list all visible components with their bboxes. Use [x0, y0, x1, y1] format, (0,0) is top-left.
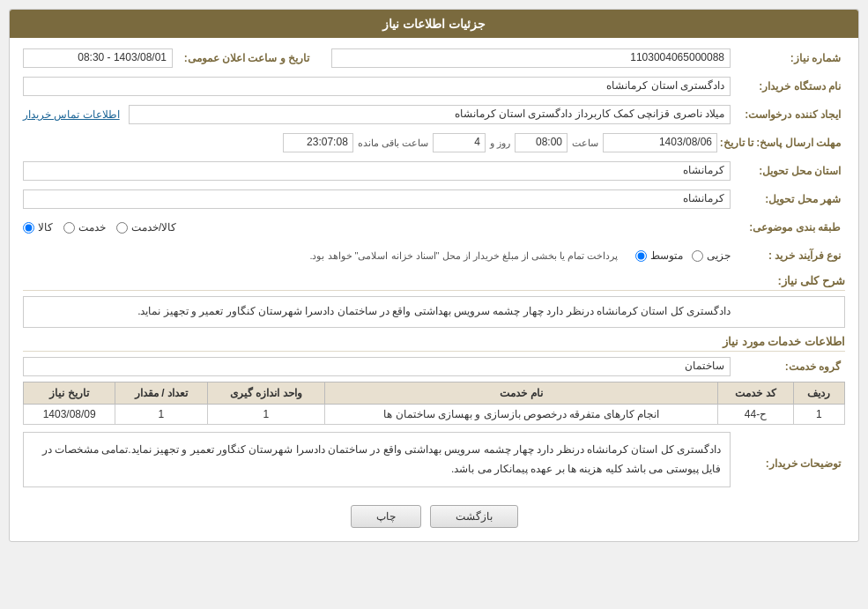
delivery-city-label: شهر محل تحویل:	[731, 193, 845, 205]
category-kala-radio[interactable]	[23, 222, 34, 234]
process-jozvi-label: جزیی	[707, 249, 731, 262]
process-note: پرداخت تمام یا بخشی از مبلغ خریدار از مح…	[309, 250, 618, 262]
page-wrapper: جزئیات اطلاعات نیاز شماره نیاز: 11030040…	[0, 0, 868, 609]
reply-days-box: 4	[433, 133, 486, 152]
service-table-body: 1ح-44انجام کارهای متفرقه درخصوص بازسازی …	[24, 404, 845, 424]
services-title: اطلاعات خدمات مورد نیاز	[23, 335, 845, 352]
buyer-notes-section: توضیحات خریدار: دادگستری کل استان کرمانش…	[23, 432, 845, 497]
col-header-code: کد خدمت	[718, 382, 794, 404]
reply-date-box: 1403/08/06	[603, 133, 717, 152]
announce-value: 1403/08/01 - 08:30	[23, 48, 173, 68]
col-header-qty: تعداد / مقدار	[115, 382, 207, 404]
category-kala-item[interactable]: کالا	[23, 221, 53, 234]
service-table-header-row: ردیف کد خدمت نام خدمت واحد اندازه گیری ت…	[24, 382, 845, 404]
print-button[interactable]: چاپ	[351, 505, 421, 528]
need-number-value: 1103004065000088	[331, 48, 731, 68]
table-cell-unit: 1	[207, 404, 325, 424]
category-khedmat-radio[interactable]	[63, 222, 75, 234]
service-table: ردیف کد خدمت نام خدمت واحد اندازه گیری ت…	[23, 382, 845, 425]
announce-label: تاریخ و ساعت اعلان عمومی:	[173, 52, 314, 64]
table-cell-date: 1403/08/09	[24, 404, 115, 424]
process-jozvi-radio[interactable]	[692, 250, 703, 262]
delivery-city-value: کرمانشاه	[23, 189, 731, 209]
category-kala-khedmat-item[interactable]: کالا/خدمت	[116, 221, 176, 234]
category-khedmat-label: خدمت	[78, 221, 106, 234]
main-card: جزئیات اطلاعات نیاز شماره نیاز: 11030040…	[9, 9, 859, 542]
category-label: طبقه بندی موضوعی:	[731, 221, 845, 234]
creator-label: ایجاد کننده درخواست:	[731, 108, 845, 121]
buyer-org-row: نام دستگاه خریدار: دادگستری استان کرمانش…	[23, 75, 845, 98]
reply-time-label: ساعت	[572, 137, 598, 149]
creator-row: ایجاد کننده درخواست: میلاد ناصری قزانچی …	[23, 103, 845, 126]
page-title: جزئیات اطلاعات نیاز	[382, 17, 486, 31]
process-row: نوع فرآیند خرید : جزیی متوسط پرداخت تمام…	[23, 244, 845, 267]
description-section: شرح کلی نیاز: دادگستری کل استان کرمانشاه…	[23, 274, 845, 328]
reply-days-label: روز و	[490, 137, 510, 149]
buyer-org-value: دادگستری استان کرمانشاه	[23, 77, 731, 96]
col-header-date: تاریخ نیاز	[24, 382, 115, 404]
col-header-name: نام خدمت	[325, 382, 718, 404]
col-header-row: ردیف	[793, 382, 844, 404]
buyer-notes-label-row: توضیحات خریدار: دادگستری کل استان کرمانش…	[23, 432, 845, 497]
services-section: اطلاعات خدمات مورد نیاز گروه خدمت: ساختم…	[23, 335, 845, 425]
reply-time-box: 08:00	[515, 133, 568, 152]
btn-row: بازگشت چاپ	[23, 505, 845, 528]
group-label: گروه خدمت:	[731, 360, 845, 373]
delivery-province-row: استان محل تحویل: کرمانشاه	[23, 160, 845, 182]
reply-remaining-box: 23:07:08	[283, 133, 353, 152]
category-kala-khedmat-radio[interactable]	[116, 222, 128, 234]
category-kala-khedmat-label: کالا/خدمت	[131, 221, 176, 234]
process-label: نوع فرآیند خرید :	[731, 249, 845, 262]
process-motavasset-radio[interactable]	[635, 250, 647, 262]
table-cell-qty: 1	[115, 404, 207, 424]
reply-deadline-row: مهلت ارسال پاسخ: تا تاریخ: 1403/08/06 سا…	[23, 131, 845, 154]
table-cell-name: انجام کارهای متفرقه درخصوص بازسازی و بهس…	[325, 404, 718, 424]
description-text: دادگستری کل استان کرمانشاه درنظر دارد چه…	[137, 305, 731, 317]
delivery-city-row: شهر محل تحویل: کرمانشاه	[23, 188, 845, 211]
category-row: طبقه بندی موضوعی: کالا/خدمت خدمت کالا	[23, 216, 845, 239]
buyer-notes-text: دادگستری کل استان کرمانشاه درنظر دارد چه…	[23, 432, 731, 488]
category-khedmat-item[interactable]: خدمت	[63, 221, 106, 234]
buyer-notes-label: توضیحات خریدار:	[731, 457, 845, 470]
description-title: شرح کلی نیاز:	[23, 274, 845, 291]
service-table-head: ردیف کد خدمت نام خدمت واحد اندازه گیری ت…	[24, 382, 845, 404]
reply-deadline-label: مهلت ارسال پاسخ: تا تاریخ:	[717, 137, 845, 149]
category-radio-group: کالا/خدمت خدمت کالا	[23, 221, 731, 234]
buyer-org-label: نام دستگاه خریدار:	[731, 80, 845, 93]
process-motavasset-item[interactable]: متوسط	[635, 249, 683, 262]
process-motavasset-label: متوسط	[650, 249, 683, 262]
need-number-row: شماره نیاز: 1103004065000088 تاریخ و ساع…	[23, 47, 845, 70]
table-row: 1ح-44انجام کارهای متفرقه درخصوص بازسازی …	[24, 404, 845, 424]
delivery-province-value: کرمانشاه	[23, 161, 731, 181]
col-header-unit: واحد اندازه گیری	[207, 382, 325, 404]
table-cell-row: 1	[793, 404, 844, 424]
back-button[interactable]: بازگشت	[430, 505, 518, 528]
creator-value: میلاد ناصری قزانچی کمک کاربرداز دادگستری…	[129, 105, 731, 124]
card-body: شماره نیاز: 1103004065000088 تاریخ و ساع…	[10, 38, 858, 541]
need-number-label: شماره نیاز:	[731, 52, 845, 64]
delivery-province-label: استان محل تحویل:	[731, 165, 845, 177]
group-value: ساختمان	[23, 357, 731, 376]
table-cell-code: ح-44	[718, 404, 794, 424]
category-kala-label: کالا	[38, 221, 53, 234]
card-header: جزئیات اطلاعات نیاز	[10, 10, 858, 38]
group-row: گروه خدمت: ساختمان	[23, 357, 845, 376]
reply-remaining-label: ساعت باقی مانده	[358, 137, 428, 149]
process-jozvi-item[interactable]: جزیی	[692, 249, 731, 262]
creator-contact-link[interactable]: اطلاعات تماس خریدار	[23, 108, 120, 121]
description-box: دادگستری کل استان کرمانشاه درنظر دارد چه…	[23, 296, 845, 328]
